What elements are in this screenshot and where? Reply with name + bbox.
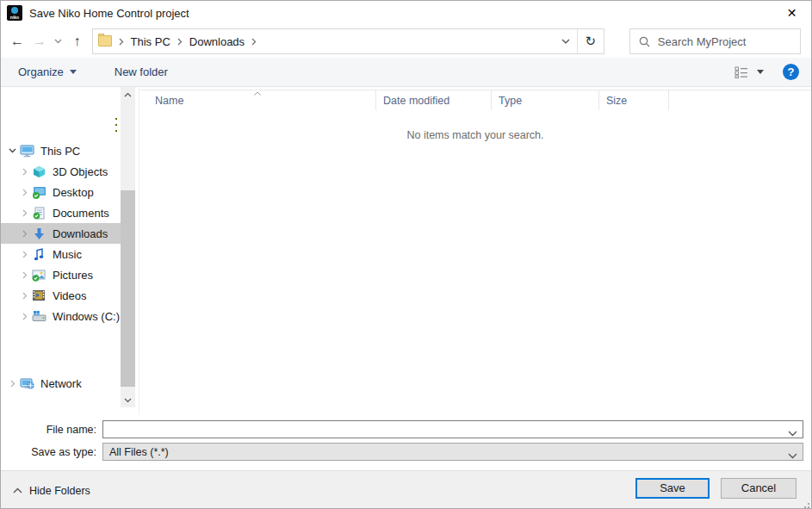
dialog-footer: Hide Folders Save Cancel	[1, 470, 811, 509]
organize-label: Organize	[18, 65, 64, 78]
column-header-type[interactable]: Type	[492, 90, 599, 110]
sidebar-scrollbar[interactable]	[121, 87, 135, 407]
3d-objects-icon	[31, 164, 46, 178]
niko-app-icon: niko	[7, 5, 22, 21]
new-folder-button[interactable]: New folder	[115, 65, 168, 78]
sidebar-item-label: This PC	[40, 145, 80, 158]
sidebar-item-music[interactable]: Music	[1, 244, 121, 264]
breadcrumb: This PC Downloads	[93, 29, 555, 53]
chevron-up-icon	[13, 487, 22, 493]
sidebar-item-downloads[interactable]: Downloads	[1, 223, 121, 244]
new-folder-label: New folder	[115, 65, 168, 78]
sidebar-item-videos[interactable]: Videos	[1, 285, 121, 306]
sidebar-item-label: Network	[40, 377, 82, 390]
column-label: Type	[499, 95, 522, 107]
folder-icon	[98, 35, 114, 47]
organize-button[interactable]: Organize	[18, 65, 77, 78]
breadcrumb-separator-icon	[117, 38, 126, 46]
column-headers: Name Date modified Type Size	[139, 90, 811, 110]
this-pc-icon	[19, 144, 34, 158]
column-label: Date modified	[383, 95, 449, 107]
chevron-right-icon[interactable]	[6, 380, 19, 388]
recent-locations-chevron-icon[interactable]	[51, 30, 66, 53]
up-button[interactable]: ↑	[66, 30, 89, 53]
cancel-button[interactable]: Cancel	[721, 478, 797, 499]
chevron-right-icon[interactable]	[18, 168, 31, 176]
file-name-section: File name: Save as type: All Files (*.*)	[1, 414, 811, 470]
navigation-bar: ← → ↑ This PC Downloads	[1, 25, 811, 58]
chevron-right-icon[interactable]	[18, 189, 31, 196]
chevron-down-icon[interactable]	[788, 425, 797, 440]
save-button[interactable]: Save	[635, 478, 710, 499]
desktop-icon	[31, 185, 46, 199]
sidebar-item-3d-objects[interactable]: 3D Objects	[1, 161, 121, 182]
search-box	[629, 28, 801, 54]
pictures-icon	[31, 268, 46, 282]
chevron-right-icon[interactable]	[18, 251, 31, 258]
column-header-size[interactable]: Size	[599, 90, 669, 110]
file-list: Name Date modified Type Size No items ma…	[139, 87, 811, 414]
back-button[interactable]: ←	[6, 30, 28, 53]
file-name-input[interactable]	[108, 422, 780, 437]
column-label: Size	[606, 95, 627, 107]
breadcrumb-separator-icon	[250, 38, 258, 46]
save-as-type-value: All Files (*.*)	[109, 446, 169, 458]
documents-icon	[31, 206, 46, 220]
scroll-up-icon[interactable]	[121, 87, 135, 102]
scrollbar-thumb[interactable]	[121, 190, 135, 387]
save-dialog-window: niko Save Niko Home Control project ✕ ← …	[0, 0, 812, 509]
window-title: Save Niko Home Control project	[29, 7, 189, 20]
change-view-button[interactable]	[735, 66, 764, 78]
sidebar-item-desktop[interactable]: Desktop	[1, 182, 121, 202]
sort-ascending-icon	[254, 86, 262, 98]
sidebar-item-label: Desktop	[53, 186, 94, 199]
sidebar-item-windows-c[interactable]: Windows (C:)	[1, 306, 121, 326]
breadcrumb-separator-icon	[176, 38, 184, 46]
sidebar-item-label: Documents	[53, 207, 109, 220]
empty-folder-message: No items match your search.	[139, 129, 811, 141]
title-bar: niko Save Niko Home Control project ✕	[1, 1, 811, 25]
chevron-down-icon[interactable]	[6, 148, 19, 153]
column-header-name[interactable]: Name	[139, 90, 376, 110]
save-as-type-dropdown[interactable]: All Files (*.*)	[102, 443, 803, 461]
chevron-right-icon[interactable]	[18, 313, 31, 320]
forward-button[interactable]: →	[28, 30, 51, 53]
sidebar-item-label: Windows (C:)	[53, 310, 120, 323]
chevron-down-icon	[788, 447, 797, 462]
sidebar-item-label: 3D Objects	[53, 165, 108, 178]
refresh-icon[interactable]: ↻	[578, 29, 604, 53]
hide-folders-button[interactable]: Hide Folders	[13, 485, 90, 497]
hide-folders-label: Hide Folders	[29, 485, 90, 497]
network-icon	[19, 376, 34, 390]
resize-grip[interactable]	[801, 500, 809, 508]
details-view-icon	[735, 66, 748, 78]
search-icon	[639, 36, 650, 47]
help-icon[interactable]: ?	[783, 64, 799, 80]
file-name-label: File name:	[1, 424, 102, 436]
sidebar-item-this-pc[interactable]: This PC	[1, 140, 121, 161]
sidebar-item-pictures[interactable]: Pictures	[1, 264, 121, 285]
breadcrumb-item-downloads[interactable]: Downloads	[184, 29, 250, 53]
scroll-down-icon[interactable]	[121, 393, 135, 407]
sidebar-item-documents[interactable]: Documents	[1, 202, 121, 223]
chevron-right-icon[interactable]	[18, 271, 31, 279]
search-input[interactable]	[658, 35, 787, 48]
column-label: Name	[155, 95, 183, 107]
view-dropdown-triangle-icon	[757, 70, 764, 74]
pane-splitter-grip[interactable]	[115, 118, 118, 132]
file-name-combo	[102, 420, 803, 438]
breadcrumb-item-this-pc[interactable]: This PC	[126, 29, 176, 53]
address-dropdown-chevron-icon[interactable]	[555, 29, 577, 53]
folder-tree-sidebar: This PC 3D Objects Desktop	[1, 87, 139, 414]
column-header-date-modified[interactable]: Date modified	[376, 90, 492, 110]
chevron-right-icon[interactable]	[18, 292, 31, 300]
chevron-right-icon[interactable]	[18, 230, 31, 238]
command-toolbar: Organize New folder ?	[1, 58, 811, 87]
save-as-type-label: Save as type:	[1, 446, 102, 458]
close-icon[interactable]: ✕	[772, 1, 811, 25]
windows-drive-icon	[31, 309, 46, 323]
sidebar-item-label: Videos	[53, 289, 87, 302]
sidebar-item-network[interactable]: Network	[1, 373, 121, 394]
sidebar-item-label: Music	[53, 248, 82, 261]
chevron-right-icon[interactable]	[18, 209, 31, 217]
